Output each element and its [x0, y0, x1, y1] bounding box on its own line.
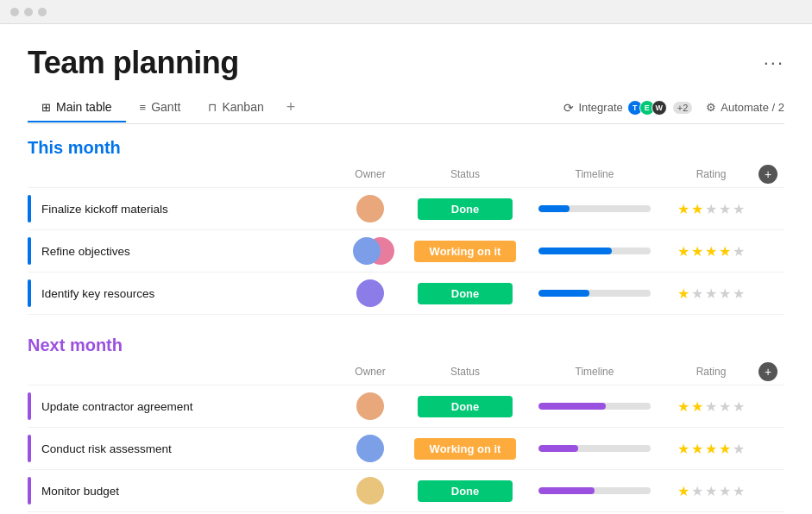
section-title-next-month: Next month — [28, 335, 123, 355]
rating-cell-next-month-2[interactable]: ★★★★★ — [664, 483, 758, 499]
tab-main-table-label: Main table — [56, 100, 112, 114]
col-header-timeline-this-month: Timeline — [526, 168, 664, 180]
status-badge-this-month-2[interactable]: Done — [418, 283, 513, 304]
section-title-row-this-month: This month — [28, 138, 784, 158]
star-next-month-0-4[interactable]: ★ — [733, 398, 745, 415]
star-this-month-1-3[interactable]: ★ — [719, 243, 731, 260]
status-cell-next-month-2[interactable]: Done — [405, 480, 526, 502]
star-this-month-0-2[interactable]: ★ — [705, 201, 717, 217]
star-next-month-2-4[interactable]: ★ — [733, 483, 745, 499]
star-next-month-2-0[interactable]: ★ — [677, 483, 689, 499]
add-column-button-next-month[interactable]: + — [758, 362, 777, 381]
task-row-this-month-2: Identify key resources Done ★★★★★ — [28, 272, 784, 315]
star-this-month-1-0[interactable]: ★ — [677, 243, 689, 260]
star-next-month-2-3[interactable]: ★ — [719, 483, 731, 499]
automate-button[interactable]: ⚙ Automate / 2 — [706, 101, 784, 114]
col-header-add-this-month[interactable]: + — [758, 165, 784, 184]
status-cell-this-month-1[interactable]: Working on it — [405, 241, 526, 262]
star-next-month-0-2[interactable]: ★ — [705, 398, 717, 415]
tab-kanban-label: Kanban — [222, 100, 263, 114]
star-next-month-0-1[interactable]: ★ — [691, 398, 703, 415]
star-this-month-2-4[interactable]: ★ — [733, 285, 745, 302]
star-this-month-2-0[interactable]: ★ — [677, 285, 689, 302]
star-this-month-0-1[interactable]: ★ — [691, 201, 703, 217]
add-column-button-this-month[interactable]: + — [758, 165, 777, 184]
owner-cell-next-month-0 — [336, 392, 405, 420]
status-badge-next-month-2[interactable]: Done — [418, 480, 513, 502]
owner-cell-next-month-2 — [336, 477, 405, 505]
col-header-owner-next-month: Owner — [336, 366, 405, 378]
star-this-month-2-1[interactable]: ★ — [691, 285, 703, 302]
section-title-row-next-month: Next month — [28, 335, 784, 355]
more-menu-button[interactable]: ··· — [764, 52, 784, 74]
main-page: Team planning ··· ⊞ Main table ≡ Gantt ⊓… — [0, 24, 812, 514]
star-next-month-2-1[interactable]: ★ — [691, 483, 703, 499]
star-next-month-0-3[interactable]: ★ — [719, 398, 731, 415]
star-next-month-0-0[interactable]: ★ — [677, 398, 689, 415]
star-this-month-0-3[interactable]: ★ — [719, 201, 731, 217]
status-cell-next-month-0[interactable]: Done — [405, 396, 526, 417]
tab-gantt[interactable]: ≡ Gantt — [126, 93, 195, 122]
avatar-next-month-0 — [356, 392, 384, 420]
integrate-label: Integrate — [578, 101, 622, 114]
owner-cell-this-month-1 — [336, 237, 405, 265]
task-name-next-month-1: Conduct risk assessment — [41, 442, 336, 455]
star-this-month-0-4[interactable]: ★ — [733, 201, 745, 217]
star-this-month-0-0[interactable]: ★ — [677, 201, 689, 217]
star-next-month-1-4[interactable]: ★ — [733, 441, 745, 457]
status-badge-this-month-1[interactable]: Working on it — [414, 241, 517, 262]
browser-chrome — [0, 0, 812, 24]
status-cell-this-month-2[interactable]: Done — [405, 283, 526, 304]
status-badge-next-month-1[interactable]: Working on it — [414, 438, 517, 460]
task-row-this-month-1: Refine objectives Working on it ★★★★★ — [28, 229, 784, 272]
tab-kanban[interactable]: ⊓ Kanban — [194, 93, 277, 122]
section-next-month: Next month Owner Status Timeline Rating … — [28, 335, 784, 514]
rating-cell-next-month-0[interactable]: ★★★★★ — [664, 398, 758, 415]
timeline-fill-this-month-0 — [538, 205, 570, 212]
timeline-cell-this-month-1 — [526, 248, 664, 254]
toolbar-right: ⟳ Integrate T E W +2 ⚙ Automate / 2 — [563, 100, 784, 116]
left-bar-this-month-0 — [28, 195, 31, 223]
browser-dot-yellow — [24, 8, 33, 16]
star-next-month-1-3[interactable]: ★ — [719, 441, 731, 457]
star-this-month-1-4[interactable]: ★ — [733, 243, 745, 260]
task-row-next-month-1: Conduct risk assessment Working on it ★★… — [28, 427, 784, 469]
avatar-duo-this-month-1 — [353, 237, 387, 265]
star-next-month-1-1[interactable]: ★ — [691, 441, 703, 457]
tab-gantt-label: Gantt — [151, 100, 180, 114]
tab-main-table[interactable]: ⊞ Main table — [28, 93, 126, 122]
star-next-month-1-2[interactable]: ★ — [705, 441, 717, 457]
section-this-month: This month Owner Status Timeline Rating … — [28, 138, 784, 315]
task-row-this-month-0: Finalize kickoff materials Done ★★★★★ — [28, 187, 784, 229]
status-cell-this-month-0[interactable]: Done — [405, 198, 526, 220]
automate-label: Automate / 2 — [721, 101, 784, 114]
status-badge-next-month-0[interactable]: Done — [418, 396, 513, 417]
star-this-month-2-3[interactable]: ★ — [719, 285, 731, 302]
timeline-fill-next-month-1 — [538, 445, 578, 452]
rating-cell-next-month-1[interactable]: ★★★★★ — [664, 441, 758, 457]
timeline-cell-this-month-0 — [526, 205, 664, 212]
integrate-button[interactable]: ⟳ Integrate T E W +2 — [563, 100, 692, 116]
status-badge-this-month-0[interactable]: Done — [418, 198, 513, 220]
timeline-track-next-month-1 — [538, 445, 651, 452]
task-name-this-month-0: Finalize kickoff materials — [41, 203, 336, 216]
star-next-month-1-0[interactable]: ★ — [677, 441, 689, 457]
star-next-month-2-2[interactable]: ★ — [705, 483, 717, 499]
star-this-month-1-1[interactable]: ★ — [691, 243, 703, 260]
sections-container: This month Owner Status Timeline Rating … — [28, 138, 784, 514]
col-header-add-next-month[interactable]: + — [758, 362, 784, 381]
star-this-month-2-2[interactable]: ★ — [705, 285, 717, 302]
star-this-month-1-2[interactable]: ★ — [705, 243, 717, 260]
avatar-this-month-0 — [356, 195, 384, 223]
avatar-next-month-1 — [356, 435, 384, 462]
rating-cell-this-month-2[interactable]: ★★★★★ — [664, 285, 758, 302]
rating-cell-this-month-1[interactable]: ★★★★★ — [664, 243, 758, 260]
task-name-next-month-2: Monitor budget — [41, 485, 336, 498]
automate-icon: ⚙ — [706, 101, 716, 114]
section-title-this-month: This month — [28, 138, 121, 158]
status-cell-next-month-1[interactable]: Working on it — [405, 438, 526, 460]
add-view-button[interactable]: + — [278, 91, 305, 123]
tab-bar: ⊞ Main table ≡ Gantt ⊓ Kanban + ⟳ Integr… — [28, 91, 784, 124]
rating-cell-this-month-0[interactable]: ★★★★★ — [664, 201, 758, 217]
browser-dot-green — [38, 8, 47, 16]
